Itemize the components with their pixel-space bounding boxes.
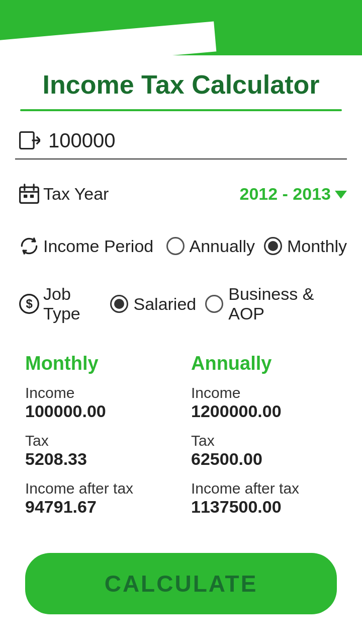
monthly-after-tax-item: Income after tax 94791.67 [25,480,171,517]
svg-text:$: $ [26,297,33,310]
tax-year-selector[interactable]: 2012 - 2013 [240,184,347,204]
monthly-tax-label: Tax [25,432,171,449]
income-period-label: Income Period [43,236,153,256]
dollar-icon: $ [15,290,43,318]
calendar-icon [15,180,43,208]
monthly-radio[interactable] [264,237,282,255]
title-section: Income Tax Calculator [0,55,362,104]
annually-after-tax-item: Income after tax 1137500.00 [191,480,337,517]
monthly-heading: Monthly [25,353,171,374]
monthly-after-tax-label: Income after tax [25,480,171,497]
job-type-label: Job Type [43,284,110,324]
business-label: Business & AOP [228,284,347,324]
monthly-income-item: Income 100000.00 [25,384,171,421]
salaried-radio[interactable] [110,295,128,313]
annually-radio[interactable] [166,237,185,255]
income-input[interactable] [43,129,347,152]
header-background [0,0,362,55]
monthly-results: Monthly Income 100000.00 Tax 5208.33 Inc… [25,353,171,528]
salaried-label: Salaried [133,294,196,314]
form-section: Tax Year 2012 - 2013 Income Period Annua… [0,126,362,329]
monthly-label: Monthly [287,236,347,256]
svg-rect-6 [24,195,27,198]
business-radio[interactable] [205,295,223,313]
svg-rect-7 [30,195,34,198]
svg-rect-2 [20,187,39,203]
annually-heading: Annually [191,353,337,374]
title-underline [20,109,342,111]
annually-label: Annually [190,236,255,256]
monthly-tax-item: Tax 5208.33 [25,432,171,469]
income-period-options: Annually Monthly [166,236,347,256]
annually-income-label: Income [191,384,337,401]
monthly-tax-value: 5208.33 [25,449,171,469]
job-type-salaried-option[interactable]: Salaried [110,294,196,314]
annually-tax-item: Tax 62500.00 [191,432,337,469]
svg-rect-0 [20,132,34,149]
monthly-after-tax-value: 94791.67 [25,497,171,517]
annually-income-item: Income 1200000.00 [191,384,337,421]
chevron-down-icon [335,191,347,199]
annually-results: Annually Income 1200000.00 Tax 62500.00 … [191,353,337,528]
refresh-icon [15,232,43,260]
annually-after-tax-label: Income after tax [191,480,337,497]
job-type-options: Salaried Business & AOP [110,284,347,324]
job-type-business-option[interactable]: Business & AOP [205,284,347,324]
monthly-income-value: 100000.00 [25,401,171,421]
income-period-monthly-option[interactable]: Monthly [264,236,347,256]
annually-income-value: 1200000.00 [191,401,337,421]
monthly-income-label: Income [25,384,171,401]
income-period-annually-option[interactable]: Annually [166,236,255,256]
income-input-row [15,126,347,159]
annually-tax-label: Tax [191,432,337,449]
income-period-row: Income Period Annually Monthly [15,227,347,265]
income-icon [15,126,43,154]
tax-year-label: Tax Year [43,184,109,204]
tax-year-value: 2012 - 2013 [240,184,331,204]
tax-year-row: Tax Year 2012 - 2013 [15,175,347,213]
calculate-btn-wrapper: CALCULATE [0,543,362,634]
page-title: Income Tax Calculator [20,70,342,99]
annually-tax-value: 62500.00 [191,449,337,469]
results-section: Monthly Income 100000.00 Tax 5208.33 Inc… [0,343,362,543]
annually-after-tax-value: 1137500.00 [191,497,337,517]
calculate-button[interactable]: CALCULATE [25,553,337,614]
job-type-row: $ Job Type Salaried Business & AOP [15,279,347,329]
